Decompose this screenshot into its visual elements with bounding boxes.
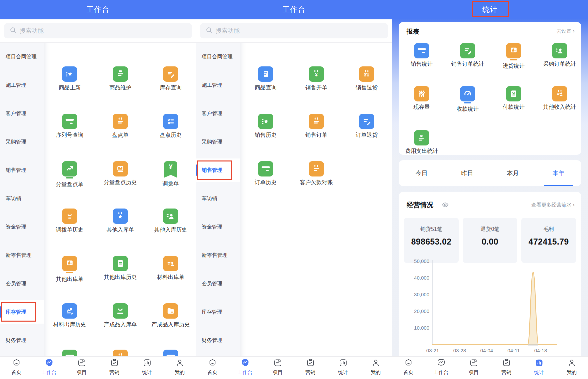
grid-item[interactable]: 商品维护 <box>95 66 145 91</box>
search-input[interactable]: 搜索功能 <box>200 23 388 38</box>
sidebar-item-0[interactable]: 项目合同管理 <box>196 45 240 68</box>
tab-workbench-phone1[interactable]: 工作台 <box>33 357 65 379</box>
grid-item[interactable]: 其他出库单 <box>45 256 95 283</box>
grid-item[interactable]: 盘点单 <box>95 114 145 139</box>
sidebar-item-7[interactable]: 新零售管理 <box>196 244 240 267</box>
grid-item[interactable]: 序列号查询 <box>45 114 95 139</box>
sidebar-item-5[interactable]: 车访销 <box>196 187 240 210</box>
board-bars-orange-icon <box>62 256 77 271</box>
grid-item[interactable]: ¥调拨单 <box>146 161 196 187</box>
report-item-label: 费用支出统计 <box>398 147 445 155</box>
sidebar-item-6[interactable]: 资金管理 <box>0 215 44 239</box>
tab-marketing-phone2[interactable]: 营销 <box>294 357 327 379</box>
report-item[interactable]: 收款统计 <box>444 86 491 113</box>
sidebar-item-10[interactable]: 财务管理 <box>196 329 240 352</box>
search-input[interactable]: 搜索功能 <box>4 23 192 38</box>
sidebar-item-5[interactable]: 车访销 <box>0 187 44 210</box>
tab-stats-phone1[interactable]: 统计 <box>131 357 163 379</box>
tab-mine-phone3[interactable]: 我的 <box>555 357 588 379</box>
report-item-label: 收款统计 <box>444 105 491 113</box>
report-item[interactable]: 销售统计 <box>398 43 445 68</box>
grid-item[interactable]: 调拨单历史 <box>45 209 95 234</box>
card-icon <box>414 43 429 58</box>
grid-item[interactable]: 销售历史 <box>241 114 291 139</box>
grid-item[interactable]: ¥销售开单 <box>291 66 341 91</box>
sidebar-item-2[interactable]: 客户管理 <box>0 102 44 125</box>
report-settings-link[interactable]: 去设置› <box>556 28 575 34</box>
sidebar-item-0[interactable]: 项目合同管理 <box>0 45 44 68</box>
report-item[interactable]: 现存量 <box>398 86 445 111</box>
tab-home-phone3[interactable]: 首页 <box>392 357 425 379</box>
report-item[interactable]: 费用支出统计 <box>398 130 445 155</box>
grid-item[interactable]: 订单退货 <box>342 114 392 139</box>
grid-item-partial[interactable] <box>95 350 145 356</box>
eye-icon[interactable] <box>441 201 449 210</box>
grid-item[interactable]: 盘点历史 <box>146 114 196 139</box>
sidebar-item-label: 财务管理 <box>202 337 222 344</box>
grid-item[interactable]: 订单历史 <box>241 161 291 186</box>
sidebar-item-9[interactable]: 库存管理 <box>196 300 240 324</box>
sidebar-item-label: 施工管理 <box>202 82 222 89</box>
tab-project-phone3[interactable]: 项目 <box>457 357 490 379</box>
period-tab-本年[interactable]: 本年 <box>536 160 581 186</box>
sidebar-item-2[interactable]: 客户管理 <box>196 102 240 125</box>
tab-mine-phone2[interactable]: 我的 <box>359 357 392 379</box>
sidebar-item-9[interactable]: 库存管理 <box>0 300 44 324</box>
sidebar-item-8[interactable]: 会员管理 <box>196 272 240 295</box>
grid-item[interactable]: 分量盘点历史 <box>95 161 145 186</box>
grid-item[interactable]: 销售订单 <box>291 114 341 139</box>
tab-stats-phone2[interactable]: 统计 <box>327 357 359 379</box>
tab-project-phone2[interactable]: 项目 <box>261 357 294 379</box>
grid-item[interactable]: 产成品入库历史 <box>146 303 196 328</box>
grid-item[interactable]: 销售退货 <box>342 66 392 91</box>
sidebar-item-1[interactable]: 施工管理 <box>0 73 44 97</box>
sidebar-item-4[interactable]: 销售管理 <box>196 158 240 182</box>
tab-mine-phone1[interactable]: 我的 <box>163 357 196 379</box>
report-item[interactable]: 进货统计 <box>490 43 537 70</box>
sidebar-item-3[interactable]: 采购管理 <box>196 130 240 153</box>
tab-label: 我的 <box>567 369 577 376</box>
grid-item[interactable]: 材料出库单 <box>146 256 196 281</box>
grid-item[interactable]: 材料出库历史 <box>45 303 95 328</box>
sidebar-item-4[interactable]: 销售管理 <box>0 158 44 182</box>
tab-stats-phone3[interactable]: 统计 <box>523 357 555 379</box>
grid-item-partial[interactable] <box>45 350 95 356</box>
sidebar-item-1[interactable]: 施工管理 <box>196 73 240 97</box>
period-tab-本月[interactable]: 本月 <box>490 160 536 186</box>
period-tab-昨日[interactable]: 昨日 <box>444 160 490 186</box>
grid-item[interactable]: 商品查询 <box>241 66 291 91</box>
tab-project-phone1[interactable]: 项目 <box>65 357 98 379</box>
calendar-lines-icon <box>309 161 324 176</box>
report-item[interactable]: 销售订单统计 <box>444 43 491 68</box>
tab-home-phone2[interactable]: 首页 <box>196 357 229 379</box>
sidebar-item-8[interactable]: 会员管理 <box>0 272 44 295</box>
grid-item[interactable]: 其他入库历史 <box>146 209 196 234</box>
more-flow-link[interactable]: 查看更多经营流水› <box>531 202 575 208</box>
period-tab-今日[interactable]: 今日 <box>399 160 444 186</box>
business-card: 经营情况 查看更多经营流水› 销货51笔898653.02退货0笔0.00毛利4… <box>399 192 581 356</box>
grid-item-partial[interactable] <box>146 350 196 356</box>
svg-text:¥: ¥ <box>315 72 318 77</box>
grid-item[interactable]: 客户欠款对账 <box>291 161 341 186</box>
sidebar-item-6[interactable]: 资金管理 <box>196 215 240 239</box>
sidebar-item-10[interactable]: 财务管理 <box>0 329 44 352</box>
report-item[interactable]: 付款统计 <box>490 86 537 111</box>
grid-item[interactable]: 商品上新 <box>45 66 95 91</box>
tab-workbench-phone2[interactable]: 工作台 <box>229 357 261 379</box>
report-item[interactable]: 采购订单统计 <box>536 43 583 68</box>
grid-item[interactable]: 库存查询 <box>146 66 196 91</box>
tab-workbench-phone3[interactable]: 工作台 <box>425 357 457 379</box>
tab-home-phone1[interactable]: 首页 <box>0 357 33 379</box>
sidebar-item-label: 项目合同管理 <box>202 53 233 60</box>
tab-marketing-phone1[interactable]: 营销 <box>98 357 131 379</box>
grid-item-label: 产成品入库历史 <box>146 321 196 328</box>
gauge-icon <box>460 86 475 101</box>
sidebar-item-3[interactable]: 采购管理 <box>0 130 44 153</box>
sidebar-item-7[interactable]: 新零售管理 <box>0 244 44 267</box>
grid-item[interactable]: 产成品入库单 <box>95 303 145 328</box>
grid-item[interactable]: 分量盘点单 <box>45 161 95 188</box>
grid-item[interactable]: 其他出库历史 <box>95 256 145 281</box>
tab-marketing-phone3[interactable]: 营销 <box>490 357 523 379</box>
report-item[interactable]: 其他收入统计 <box>536 86 583 111</box>
grid-item[interactable]: 其他入库单 <box>95 209 145 234</box>
